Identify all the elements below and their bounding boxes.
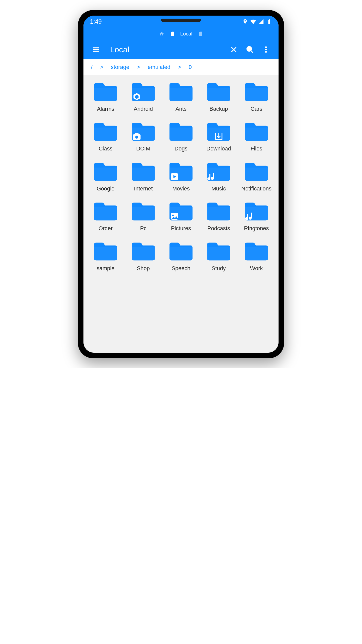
folder-item[interactable]: Study (201, 239, 236, 272)
folder-icon (129, 199, 157, 223)
folder-item[interactable]: Order (88, 199, 123, 232)
folder-item[interactable]: Work (239, 239, 274, 272)
more-vert-icon (262, 46, 270, 54)
status-icons (242, 19, 272, 24)
page-title: Local (110, 45, 225, 54)
folder-icon (129, 239, 157, 263)
status-bar: 1:49 (83, 16, 279, 28)
music-icon (207, 172, 217, 181)
signal-icon (258, 19, 264, 24)
sd2-icon[interactable] (198, 31, 203, 36)
overflow-button[interactable] (259, 43, 273, 57)
folder-icon (243, 120, 270, 143)
folder-label: Google (97, 185, 115, 192)
screen: 1:49 Local Local (83, 16, 279, 353)
folder-item[interactable]: Movies (163, 160, 199, 192)
folder-label: Android (134, 106, 153, 112)
close-icon (230, 46, 238, 54)
folder-icon (243, 80, 270, 103)
folder-item[interactable]: Notificati­ons (239, 160, 274, 192)
home-icon[interactable] (159, 31, 164, 36)
battery-icon (266, 19, 272, 24)
folder-item[interactable]: Google (88, 160, 123, 192)
folder-item[interactable]: Cars (239, 80, 274, 112)
clock: 1:49 (90, 18, 102, 25)
folder-grid: Alarms Android Ants Backup Cars Class (83, 75, 279, 338)
folder-item[interactable]: Files (239, 120, 274, 152)
folder-label: Dogs (174, 145, 187, 152)
folder-label: Download (206, 145, 231, 152)
folder-label: Order (99, 225, 113, 232)
folder-item[interactable]: Ants (163, 80, 199, 112)
folder-item[interactable]: Speech (163, 239, 199, 272)
toolbar: Local (83, 40, 279, 59)
download-icon (214, 132, 223, 141)
sd-icon[interactable] (170, 31, 175, 36)
breadcrumb-part[interactable]: 0 (189, 64, 192, 70)
folder-item[interactable]: Pictures (163, 199, 199, 232)
folder-item[interactable]: Dogs (163, 120, 199, 152)
folder-icon (129, 160, 157, 183)
breadcrumb-sep: > (178, 64, 181, 70)
folder-label: Movies (172, 185, 190, 192)
folder-icon (167, 199, 195, 223)
folder-label: Ants (175, 106, 187, 112)
folder-label: DCIM (136, 145, 150, 152)
folder-item[interactable]: Ringtones (239, 199, 274, 232)
folder-item[interactable]: Podcasts (201, 199, 236, 232)
folder-label: Internet (134, 185, 153, 192)
svg-point-2 (265, 49, 266, 50)
folder-label: Music (211, 185, 226, 192)
svg-point-0 (247, 47, 252, 51)
breadcrumb-root[interactable]: / (91, 64, 93, 70)
folder-label: sample (97, 265, 115, 272)
folder-item[interactable]: Shop (126, 239, 161, 272)
folder-icon (167, 239, 195, 263)
folder-icon (205, 199, 233, 223)
folder-icon (243, 199, 270, 223)
breadcrumb-part[interactable]: storage (111, 64, 129, 70)
folder-item[interactable]: Android (126, 80, 161, 112)
close-button[interactable] (227, 43, 241, 57)
chin-spacer (83, 338, 279, 353)
tabstrip-label[interactable]: Local (180, 31, 192, 37)
folder-label: Ringtones (244, 225, 269, 232)
folder-icon (92, 160, 119, 183)
folder-icon (129, 120, 157, 143)
folder-icon (243, 239, 270, 263)
folder-icon (205, 239, 233, 263)
folder-item[interactable]: Class (88, 120, 123, 152)
folder-icon (92, 80, 119, 103)
location-icon (242, 19, 248, 24)
search-icon (246, 46, 254, 54)
camera-icon (132, 132, 142, 141)
breadcrumb-sep: > (137, 64, 140, 70)
folder-item[interactable]: DCIM (126, 120, 161, 152)
folder-label: Alarms (97, 106, 114, 112)
folder-label: Pictures (171, 225, 191, 232)
folder-item[interactable]: sample (88, 239, 123, 272)
folder-item[interactable]: Alarms (88, 80, 123, 112)
folder-icon (167, 80, 195, 103)
folder-label: Podcasts (207, 225, 230, 232)
folder-item[interactable]: Download (201, 120, 236, 152)
svg-point-3 (265, 51, 266, 53)
menu-button[interactable] (89, 43, 103, 57)
image-icon (170, 212, 179, 221)
folder-item[interactable]: Music (201, 160, 236, 192)
breadcrumb-part[interactable]: emulated (148, 64, 170, 70)
device-frame: 1:49 Local Local (78, 10, 284, 358)
hamburger-icon (92, 46, 100, 54)
search-button[interactable] (243, 43, 257, 57)
folder-label: Notificati­ons (241, 185, 272, 192)
folder-icon (92, 120, 119, 143)
svg-point-1 (265, 47, 266, 48)
folder-item[interactable]: Internet (126, 160, 161, 192)
folder-label: Work (250, 265, 263, 272)
folder-label: Cars (251, 106, 262, 112)
folder-item[interactable]: Pc (126, 199, 161, 232)
folder-item[interactable]: Backup (201, 80, 236, 112)
folder-icon (92, 239, 119, 263)
hex-icon (132, 92, 142, 102)
breadcrumb: / > storage > emulated > 0 (83, 59, 279, 75)
